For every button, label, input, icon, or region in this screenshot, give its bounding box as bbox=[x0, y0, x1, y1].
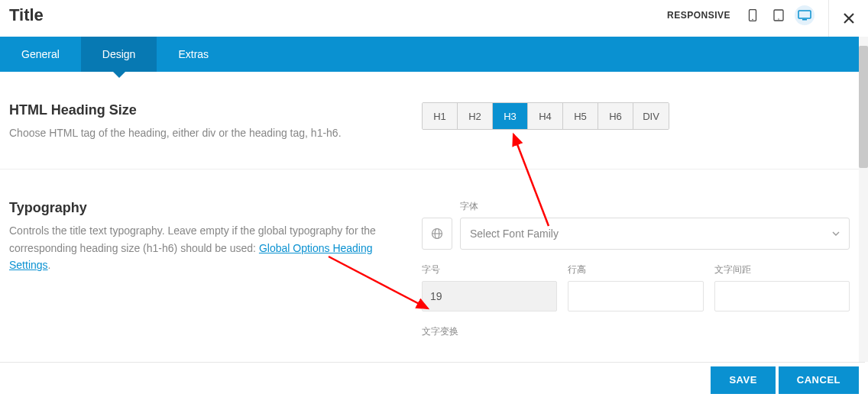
tablet-icon[interactable] bbox=[769, 5, 789, 25]
globe-button[interactable] bbox=[422, 218, 452, 250]
content-scroll[interactable]: HTML Heading Size Choose HTML tag of the… bbox=[0, 72, 859, 362]
heading-opt-h5[interactable]: H5 bbox=[563, 103, 598, 129]
editor-header: Title RESPONSIVE bbox=[0, 0, 829, 37]
svg-rect-4 bbox=[798, 11, 811, 18]
heading-opt-h2[interactable]: H2 bbox=[458, 103, 493, 129]
line-height-label: 行高 bbox=[568, 263, 703, 276]
heading-opt-h6[interactable]: H6 bbox=[598, 103, 633, 129]
chevron-down-icon bbox=[832, 231, 840, 236]
letter-spacing-input[interactable] bbox=[714, 281, 850, 311]
page-title: Title bbox=[9, 5, 44, 25]
svg-point-3 bbox=[778, 18, 779, 19]
heading-size-desc: Choose HTML tag of the heading, either d… bbox=[9, 124, 391, 141]
save-button[interactable]: SAVE bbox=[711, 366, 775, 394]
font-family-label: 字体 bbox=[460, 200, 850, 213]
section-heading-size: HTML Heading Size Choose HTML tag of the… bbox=[0, 72, 859, 169]
font-size-label: 字号 bbox=[422, 263, 557, 276]
letter-spacing-label: 文字间距 bbox=[714, 263, 850, 276]
font-size-input[interactable] bbox=[422, 281, 557, 311]
footer-bar: SAVE CANCEL bbox=[0, 362, 865, 397]
tab-general[interactable]: General bbox=[0, 37, 81, 72]
heading-opt-h3[interactable]: H3 bbox=[493, 103, 528, 129]
line-height-input[interactable] bbox=[568, 281, 703, 311]
mobile-icon[interactable] bbox=[743, 5, 763, 25]
scrollbar-thumb[interactable] bbox=[859, 46, 868, 168]
tab-design[interactable]: Design bbox=[81, 37, 157, 72]
desktop-icon[interactable] bbox=[795, 5, 815, 25]
tabs-bar: General Design Extras bbox=[0, 37, 859, 72]
cancel-button[interactable]: CANCEL bbox=[779, 366, 859, 394]
typography-desc-suffix: . bbox=[48, 259, 51, 271]
font-family-select[interactable]: Select Font Family bbox=[460, 218, 850, 250]
header-right: RESPONSIVE bbox=[667, 5, 815, 25]
tab-extras[interactable]: Extras bbox=[157, 37, 230, 72]
typography-desc: Controls the title text typography. Leav… bbox=[9, 222, 391, 273]
heading-opt-h1[interactable]: H1 bbox=[423, 103, 458, 129]
heading-size-group: H1 H2 H3 H4 H5 H6 DIV bbox=[422, 102, 669, 130]
section-typography: Typography Controls the title text typog… bbox=[0, 169, 859, 343]
svg-rect-5 bbox=[802, 19, 807, 21]
typography-title: Typography bbox=[9, 200, 391, 216]
heading-opt-h4[interactable]: H4 bbox=[528, 103, 563, 129]
close-icon bbox=[844, 13, 854, 24]
font-family-placeholder: Select Font Family bbox=[470, 228, 559, 240]
globe-icon bbox=[431, 228, 443, 240]
device-icons bbox=[743, 5, 815, 25]
heading-size-title: HTML Heading Size bbox=[9, 102, 391, 118]
svg-point-1 bbox=[752, 19, 753, 21]
heading-opt-div[interactable]: DIV bbox=[633, 103, 669, 129]
responsive-label: RESPONSIVE bbox=[667, 10, 730, 21]
close-button[interactable] bbox=[829, 0, 868, 37]
text-transform-label: 文字变换 bbox=[422, 325, 850, 338]
